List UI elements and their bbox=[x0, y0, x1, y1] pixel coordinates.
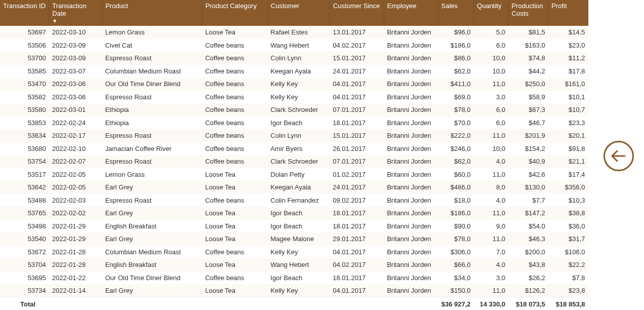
cell-quantity: 10,0 bbox=[474, 142, 509, 156]
table-row[interactable]: 535852022-03-07Columbian Medium RoastCof… bbox=[0, 65, 588, 78]
cell-profit: $21,1 bbox=[548, 155, 588, 168]
col-header-employee[interactable]: Employee bbox=[384, 0, 438, 26]
col-header-quantity[interactable]: Quantity bbox=[474, 0, 509, 26]
table-header-row: Transaction ID Transaction Date ▼ Produc… bbox=[0, 0, 588, 26]
col-header-label: Transaction Date bbox=[52, 2, 86, 17]
cell-production-costs: $42,6 bbox=[508, 168, 548, 181]
cell-transaction-id: 53642 bbox=[0, 181, 49, 194]
cell-product: Civet Cat bbox=[102, 39, 203, 52]
cell-sales: $62,0 bbox=[438, 65, 474, 78]
cell-sales: $86,0 bbox=[438, 52, 474, 65]
cell-employee: Britanni Jorden bbox=[384, 284, 438, 297]
sort-desc-icon: ▼ bbox=[52, 18, 99, 24]
cell-product-category: Loose Tea bbox=[202, 168, 267, 181]
table-row[interactable]: 536342022-02-17Espresso RoastCoffee bean… bbox=[0, 129, 588, 142]
table-row[interactable]: 534702022-03-06Our Old Time Diner BlendC… bbox=[0, 78, 588, 91]
col-header-sales[interactable]: Sales bbox=[438, 0, 474, 26]
cell-sales: $78,0 bbox=[438, 103, 474, 117]
table-row[interactable]: 535402022-01-29Earl GreyLoose TeaMagee M… bbox=[0, 232, 588, 246]
cell-customer: Colin Fernandez bbox=[267, 194, 330, 207]
table-row[interactable]: 536802022-02-10Jamacian Coffee RiverCoff… bbox=[0, 142, 588, 156]
cell-production-costs: $154,2 bbox=[508, 142, 548, 156]
table-row[interactable]: 535062022-03-09Civet CatCoffee beansWang… bbox=[0, 39, 588, 52]
cell-product-category: Loose Tea bbox=[202, 181, 267, 194]
cell-customer: Magee Malone bbox=[267, 232, 330, 246]
table-row[interactable]: 536422022-02-05Earl GreyLoose TeaKeegan … bbox=[0, 181, 588, 194]
cell-product-category: Coffee beans bbox=[202, 65, 267, 78]
cell-transaction-date: 2022-01-29 bbox=[49, 220, 102, 233]
cell-customer-since: 04.01.2017 bbox=[330, 78, 384, 91]
cell-profit: $23,3 bbox=[548, 117, 588, 130]
cell-employee: Britanni Jorden bbox=[384, 52, 438, 65]
total-quantity: 14 330,0 bbox=[474, 297, 509, 311]
table-row[interactable]: 537652022-02-02Earl GreyLoose TeaIgor Be… bbox=[0, 207, 588, 220]
cell-sales: $186,0 bbox=[438, 39, 474, 52]
cell-product-category: Coffee beans bbox=[202, 194, 267, 207]
cell-customer-since: 04.02.2017 bbox=[330, 258, 384, 272]
col-header-profit[interactable]: Profit bbox=[548, 0, 588, 26]
cell-product-category: Loose Tea bbox=[202, 220, 267, 233]
cell-customer-since: 18.01.2017 bbox=[330, 207, 384, 220]
cell-profit: $11,2 bbox=[548, 52, 588, 65]
back-button[interactable] bbox=[603, 141, 634, 171]
cell-product: Earl Grey bbox=[102, 284, 203, 297]
total-sales: $36 927,2 bbox=[438, 297, 474, 311]
col-header-customer-since[interactable]: Customer Since bbox=[330, 0, 384, 26]
cell-transaction-id: 53517 bbox=[0, 168, 49, 181]
cell-product: Lemon Grass bbox=[102, 168, 203, 181]
cell-quantity: 4,0 bbox=[474, 155, 509, 168]
cell-sales: $69,0 bbox=[438, 91, 474, 104]
table-row[interactable]: 537042022-01-28English BreakfastLoose Te… bbox=[0, 258, 588, 272]
cell-transaction-date: 2022-01-22 bbox=[49, 272, 102, 285]
cell-transaction-date: 2022-02-10 bbox=[49, 142, 102, 156]
cell-profit: $10,7 bbox=[548, 103, 588, 117]
cell-quantity: 8,0 bbox=[474, 181, 509, 194]
col-header-product[interactable]: Product bbox=[102, 0, 203, 26]
col-header-production-costs[interactable]: Production Costs bbox=[508, 0, 548, 26]
table-row[interactable]: 536722022-01-28Columbian Medium RoastCof… bbox=[0, 246, 588, 259]
cell-customer: Clark Schroeder bbox=[267, 103, 330, 117]
transactions-table-container: Transaction ID Transaction Date ▼ Produc… bbox=[0, 0, 588, 310]
cell-transaction-id: 53634 bbox=[0, 129, 49, 142]
cell-customer: Rafael Estes bbox=[267, 26, 330, 39]
total-production-costs: $18 073,5 bbox=[508, 297, 548, 311]
col-header-transaction-date[interactable]: Transaction Date ▼ bbox=[49, 0, 102, 26]
col-header-product-category[interactable]: Product Category bbox=[202, 0, 267, 26]
cell-sales: $96,0 bbox=[438, 26, 474, 39]
cell-sales: $246,0 bbox=[438, 142, 474, 156]
table-row[interactable]: 538532022-02-24EthiopiaCoffee beansIgor … bbox=[0, 117, 588, 130]
cell-sales: $90,0 bbox=[438, 220, 474, 233]
cell-product-category: Coffee beans bbox=[202, 103, 267, 117]
cell-transaction-id: 53582 bbox=[0, 91, 49, 104]
cell-profit: $106,0 bbox=[548, 246, 588, 259]
cell-sales: $222,0 bbox=[438, 129, 474, 142]
cell-customer-since: 18.01.2017 bbox=[330, 220, 384, 233]
table-row[interactable]: 534982022-01-29English BreakfastLoose Te… bbox=[0, 220, 588, 233]
table-row[interactable]: 534882022-02-03Espresso RoastCoffee bean… bbox=[0, 194, 588, 207]
cell-profit: $22,2 bbox=[548, 258, 588, 272]
cell-profit: $23,8 bbox=[548, 284, 588, 297]
cell-quantity: 11,0 bbox=[474, 168, 509, 181]
cell-customer: Kelly Key bbox=[267, 284, 330, 297]
table-row[interactable]: 537342022-01-14Earl GreyLoose TeaKelly K… bbox=[0, 284, 588, 297]
cell-transaction-date: 2022-03-09 bbox=[49, 39, 102, 52]
col-header-transaction-id[interactable]: Transaction ID bbox=[0, 0, 49, 26]
table-row[interactable]: 537542022-02-07Espresso RoastCoffee bean… bbox=[0, 155, 588, 168]
table-row[interactable]: 535802022-03-01EthiopiaCoffee beansClark… bbox=[0, 103, 588, 117]
table-row[interactable]: 537002022-03-09Espresso RoastCoffee bean… bbox=[0, 52, 588, 65]
cell-sales: $411,0 bbox=[438, 78, 474, 91]
table-row[interactable]: 536972022-03-10Lemon GrassLoose TeaRafae… bbox=[0, 26, 588, 39]
table-row[interactable]: 536952022-01-22Our Old Time Diner BlendC… bbox=[0, 272, 588, 285]
cell-production-costs: $67,3 bbox=[508, 103, 548, 117]
cell-customer-since: 07.01.2017 bbox=[330, 155, 384, 168]
cell-employee: Britanni Jorden bbox=[384, 103, 438, 117]
col-header-customer[interactable]: Customer bbox=[267, 0, 330, 26]
cell-product-category: Coffee beans bbox=[202, 39, 267, 52]
cell-customer: Wang Hebert bbox=[267, 258, 330, 272]
cell-transaction-id: 53672 bbox=[0, 246, 49, 259]
table-row[interactable]: 535172022-02-05Lemon GrassLoose TeaDolan… bbox=[0, 168, 588, 181]
table-row[interactable]: 535822022-03-06Espresso RoastCoffee bean… bbox=[0, 91, 588, 104]
cell-employee: Britanni Jorden bbox=[384, 220, 438, 233]
cell-employee: Britanni Jorden bbox=[384, 129, 438, 142]
cell-employee: Britanni Jorden bbox=[384, 155, 438, 168]
